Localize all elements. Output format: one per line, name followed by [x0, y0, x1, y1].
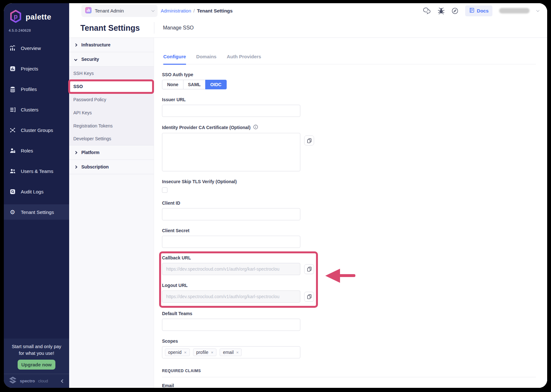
- spectro-cloud-logo-icon: [8, 377, 17, 386]
- logout-url-input[interactable]: [162, 290, 300, 303]
- docs-button[interactable]: Docs: [465, 5, 492, 16]
- tenant-admin-icon: [85, 7, 92, 15]
- scopes-label: Scopes: [162, 339, 536, 344]
- subnav-section-label: Subscription: [81, 164, 109, 169]
- subnav-section-subscription[interactable]: Subscription: [69, 160, 154, 174]
- client-secret-input[interactable]: [162, 236, 300, 248]
- sidebar-item-roles[interactable]: Roles: [4, 143, 69, 158]
- sso-tabs: Configure Domains Auth Providers: [162, 54, 536, 64]
- sidebar-item-label: Overview: [21, 45, 41, 51]
- compass-explore-icon[interactable]: [451, 7, 458, 14]
- scope-selector[interactable]: Tenant Admin: [81, 5, 158, 17]
- cluster-groups-icon: [9, 127, 16, 133]
- sidebar-item-audit-logs[interactable]: Audit Logs: [4, 184, 69, 199]
- breadcrumb-separator: /: [193, 8, 195, 13]
- subnav-section-label: Infrastructure: [81, 42, 110, 47]
- manage-sso-panel: Configure Domains Auth Providers SSO Aut…: [154, 38, 547, 388]
- chevron-down-icon: [74, 58, 77, 61]
- subnav-item-password-policy[interactable]: Password Policy: [69, 93, 154, 106]
- ca-certificate-textarea[interactable]: [162, 133, 300, 171]
- required-claims-heading: REQUIRED CLAIMS: [162, 369, 536, 373]
- issuer-url-input[interactable]: [162, 105, 300, 117]
- sidebar-item-label: Profiles: [21, 86, 37, 92]
- chevron-right-icon: [74, 165, 77, 168]
- copy-callback-url-button[interactable]: [304, 264, 314, 274]
- subnav-section-security[interactable]: Security: [69, 52, 154, 67]
- auth-type-oidc-button[interactable]: OIDC: [205, 80, 227, 89]
- auth-type-saml-button[interactable]: SAML: [183, 80, 206, 89]
- subnav-item-sso[interactable]: SSO: [69, 80, 154, 93]
- sidebar-item-label: Users & Teams: [21, 168, 53, 174]
- user-account-redacted[interactable]: [499, 8, 530, 13]
- subnav-item-api-keys[interactable]: API Keys: [69, 106, 154, 119]
- chevron-right-icon: [74, 43, 77, 46]
- issuer-url-label: Issuer URL: [162, 97, 536, 102]
- callback-url-label: Callback URL: [162, 255, 316, 260]
- collapse-sidebar-icon[interactable]: [61, 379, 64, 383]
- copy-ca-certificate-button[interactable]: [304, 135, 314, 145]
- ca-certificate-label-text: Identity Provider CA Certificate (Option…: [162, 125, 250, 130]
- scopes-input[interactable]: openid × profile × email ×: [162, 346, 300, 358]
- remove-scope-icon[interactable]: ×: [236, 350, 239, 355]
- promo-line-1: Start small and only pay: [4, 343, 69, 350]
- auth-type-none-button[interactable]: None: [162, 80, 183, 89]
- primary-sidebar: p palette 4.5.0-240628 Overview Projects: [4, 3, 69, 388]
- annotation-arrow: [325, 269, 355, 283]
- callback-logout-annotation-box: Callback URL Logout URL: [159, 251, 318, 308]
- sidebar-item-profiles[interactable]: Profiles: [4, 81, 69, 97]
- annotation-arrow-head: [325, 269, 340, 283]
- footer-brand-bold: spectro: [20, 379, 35, 383]
- breadcrumb-parent[interactable]: Administration: [161, 8, 191, 13]
- chat-feedback-icon[interactable]: [423, 7, 431, 14]
- required-claims-divider: [162, 377, 536, 377]
- subnav-section-platform[interactable]: Platform: [69, 145, 154, 160]
- sidebar-item-overview[interactable]: Overview: [4, 40, 69, 56]
- page-title: Tenant Settings: [80, 23, 154, 33]
- sidebar-item-clusters[interactable]: Clusters: [4, 102, 69, 117]
- remove-scope-icon[interactable]: ×: [184, 350, 187, 355]
- sidebar-item-tenant-settings[interactable]: ⚙ Tenant Settings: [4, 204, 69, 220]
- subnav-section-label: Platform: [81, 150, 100, 155]
- subnav-section-infrastructure[interactable]: Infrastructure: [69, 38, 154, 52]
- sidebar-item-cluster-groups[interactable]: Cluster Groups: [4, 122, 69, 138]
- page-subtitle: Manage SSO: [163, 25, 194, 31]
- audit-logs-icon: [9, 189, 16, 195]
- projects-icon: [9, 66, 16, 72]
- remove-scope-icon[interactable]: ×: [211, 350, 214, 355]
- gear-icon: ⚙: [9, 209, 16, 215]
- info-icon[interactable]: [253, 125, 258, 130]
- breadcrumb-current: Tenant Settings: [197, 8, 232, 13]
- default-teams-input[interactable]: [162, 319, 300, 331]
- skip-tls-checkbox[interactable]: [162, 187, 167, 193]
- tab-configure[interactable]: Configure: [163, 54, 186, 65]
- subnav-item-developer-settings[interactable]: Developer Settings: [69, 132, 154, 145]
- copy-logout-url-button[interactable]: [304, 292, 314, 302]
- subnav-item-registration-tokens[interactable]: Registration Tokens: [69, 119, 154, 132]
- sso-auth-type-label: SSO Auth type: [162, 72, 536, 77]
- user-menu-chevron-icon[interactable]: [536, 9, 539, 12]
- scope-tag-label: openid: [168, 350, 182, 355]
- scope-tag-openid: openid ×: [165, 348, 190, 356]
- sidebar-item-label: Projects: [21, 66, 38, 71]
- svg-text:p: p: [14, 13, 18, 20]
- clusters-icon: [9, 107, 16, 113]
- chevron-right-icon: [74, 151, 77, 154]
- bug-report-icon[interactable]: [438, 7, 445, 14]
- settings-subnav: Infrastructure Security SSH Keys SSO Pas…: [69, 38, 154, 388]
- client-secret-label: Client Secret: [162, 228, 536, 233]
- scope-tag-email: email ×: [220, 348, 242, 356]
- sidebar-item-projects[interactable]: Projects: [4, 61, 69, 76]
- sidebar-item-users-teams[interactable]: Users & Teams: [4, 163, 69, 179]
- header-divider: [154, 22, 154, 34]
- subnav-item-ssh-keys[interactable]: SSH Keys: [69, 67, 154, 80]
- upgrade-now-button[interactable]: Upgrade now: [18, 360, 55, 370]
- callback-url-input[interactable]: [162, 263, 300, 275]
- tab-auth-providers[interactable]: Auth Providers: [227, 54, 261, 64]
- client-id-input[interactable]: [162, 208, 300, 220]
- palette-logo-icon: p: [9, 10, 22, 24]
- tab-domains[interactable]: Domains: [196, 54, 216, 64]
- app-window: p palette 4.5.0-240628 Overview Projects: [4, 3, 547, 388]
- content-column: Tenant Admin Administration / Tenant Set…: [69, 3, 547, 388]
- sidebar-item-label: Roles: [21, 148, 33, 153]
- sidebar-footer: spectro cloud: [4, 374, 69, 388]
